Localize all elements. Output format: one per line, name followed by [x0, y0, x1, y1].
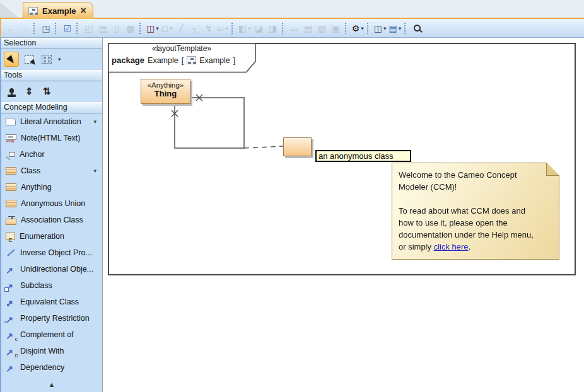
subclass-arrow-icon	[6, 281, 16, 291]
tab-example[interactable]: Example ×	[23, 2, 93, 19]
anchor-icon	[9, 152, 15, 157]
click-here-link[interactable]: click here	[434, 242, 469, 251]
oblique-path-button: ↯	[202, 21, 216, 36]
rectilinear-line-icon: ┐	[192, 21, 198, 35]
palette-item-anything[interactable]: Anything	[1, 179, 102, 195]
frame-stereotype: «layoutTemplate»	[108, 44, 255, 53]
zoom-button[interactable]	[410, 21, 424, 36]
note-text: Welcome to the Cameo Concept Modeler (CC…	[392, 163, 559, 258]
application-window: Example × ←→◳☑◰▤▯▩◫▾◻▾╱┐↯▱▾◧▾◪◨▭▤▨▣⚙▾◫▾▤…	[0, 0, 584, 392]
close-icon[interactable]: ×	[80, 6, 86, 15]
class-name: Thing	[141, 89, 190, 98]
make-same-size-button: ▭	[288, 21, 301, 36]
display-options-button[interactable]: ⚙▾	[351, 21, 365, 36]
toolbar-separator	[55, 23, 57, 34]
containment-tree-icon: ◳	[42, 21, 50, 35]
palette-item-unidirectional-obje[interactable]: Unidirectional Obje...	[1, 261, 102, 277]
stamp-tool-button[interactable]	[4, 84, 19, 99]
selection-tool-row: ▾	[1, 49, 102, 70]
select-in-containment-tree-button[interactable]: ◳	[39, 21, 53, 36]
palette-item-label: Equivalent Class	[20, 297, 79, 306]
toolbar-separator	[345, 23, 347, 34]
palette-item-note-html-text[interactable]: Note(HTML Text)	[1, 130, 102, 146]
palette-item-subclass[interactable]: Subclass	[1, 277, 102, 294]
class-thing[interactable]: «Anything» Thing	[141, 79, 190, 104]
palette-item-label: Anything	[21, 183, 52, 192]
class-icon	[6, 200, 16, 207]
vertical-spread-tool-button[interactable]	[21, 84, 37, 99]
tools-section-header[interactable]: Tools	[1, 70, 102, 81]
pointer-tool-button[interactable]	[4, 52, 19, 67]
dropdown-arrow-icon[interactable]: ▾	[383, 25, 387, 32]
anonymous-class-label[interactable]: an anonymous class	[315, 150, 411, 162]
class-icon	[6, 183, 16, 191]
palette-item-equivalent-class[interactable]: Equivalent Class	[1, 294, 102, 310]
class-icon	[6, 167, 16, 175]
palette-item-disjoint-with[interactable]: Disjoint With	[1, 343, 102, 359]
anonymous-class[interactable]	[283, 137, 312, 156]
dropdown-arrow-icon: ▾	[170, 25, 173, 32]
palette-item-inverse-object-pro[interactable]: Inverse Object Pro...	[1, 245, 102, 261]
palette-item-label: Inverse Object Pro...	[20, 248, 92, 257]
diagram-icon	[187, 56, 196, 64]
dropdown-arrow-icon: ▾	[248, 25, 251, 32]
dropdown-arrow-icon[interactable]: ▾	[399, 25, 402, 32]
copy-button: ◰	[82, 21, 96, 36]
delete-button: ▯	[110, 21, 124, 36]
welcome-note[interactable]: Welcome to the Cameo Concept Modeler (CC…	[392, 163, 559, 260]
palette-item-association-class[interactable]: Association Class	[1, 212, 102, 228]
palette-item-enumeration[interactable]: Enumeration	[1, 228, 102, 245]
palette-item-complement-of[interactable]: Complement of	[1, 326, 102, 343]
gear-icon: ⚙	[352, 21, 360, 35]
diagram-icon	[28, 7, 38, 15]
hierarchy-layout-icon: ◫	[146, 21, 155, 35]
palette-item-label: Subclass	[20, 281, 52, 290]
insert-shape-button: ◻▾	[160, 21, 174, 36]
palette-item-dependency[interactable]: Dependency	[1, 359, 102, 376]
fill-color-button: ◧▾	[237, 21, 252, 36]
tools-tool-row	[1, 81, 102, 102]
selection-section-header[interactable]: Selection	[1, 38, 102, 49]
window-icon: ▣	[332, 21, 340, 35]
concept-modeling-section-header[interactable]: Concept Modeling	[1, 102, 102, 113]
vertical-compress-tool-button[interactable]	[39, 84, 54, 99]
palette-item-class[interactable]: Class▾	[1, 163, 102, 179]
dropdown-arrow-icon[interactable]: ▾	[361, 25, 364, 32]
straight-path-button: ╱	[174, 21, 188, 36]
dropdown-arrow-icon[interactable]: ▾	[93, 168, 96, 174]
palette-scroll-up-button[interactable]: ▲	[1, 381, 102, 388]
palette-item-label: Class	[21, 166, 40, 175]
toolbar-separator	[367, 23, 370, 34]
cursor-icon	[6, 55, 16, 65]
marquee-selection-tool-button[interactable]	[21, 52, 37, 67]
dropdown-arrow-icon[interactable]: ▾	[58, 56, 61, 62]
toolbar-separator	[76, 23, 79, 34]
dropdown-arrow-icon[interactable]: ▾	[156, 25, 159, 32]
dropdown-arrow-icon: ▾	[225, 25, 228, 32]
validation-check-icon: ☑	[64, 21, 72, 35]
toolbar-separator	[282, 23, 284, 34]
palette-item-label: Dependency	[20, 363, 64, 372]
validate-diagram-button[interactable]: ☑	[61, 21, 74, 36]
palette-item-label: Complement of	[20, 330, 74, 339]
palette-item-anchor[interactable]: Anchor	[1, 146, 102, 163]
vspread-icon	[25, 86, 33, 97]
dependency-arrow-icon	[6, 363, 16, 372]
trash-symbols-icon: ▩	[126, 21, 134, 35]
frame-header[interactable]: «layoutTemplate» package Example [ Examp…	[108, 44, 255, 65]
frame-ref-name: Example	[199, 56, 230, 65]
tab-title: Example	[42, 6, 76, 16]
group-selection-tool-button[interactable]	[39, 52, 54, 67]
legend-button[interactable]: ▤▾	[388, 21, 403, 36]
dropdown-arrow-icon[interactable]: ▾	[93, 118, 96, 125]
palette-item-anonymous-union[interactable]: Anonymous Union	[1, 195, 102, 212]
quick-diagram-layout-button[interactable]: ◫▾	[145, 21, 160, 36]
palette-sidebar: Selection▾ToolsConcept ModelingLiteral A…	[0, 38, 103, 392]
palette-item-label: Anonymous Union	[21, 199, 85, 208]
diagram-windows-button[interactable]: ◫▾	[373, 21, 388, 36]
diagram-canvas[interactable]: «layoutTemplate» package Example [ Examp…	[103, 38, 584, 392]
palette-item-property-restriction[interactable]: Property Restriction	[1, 310, 102, 326]
oblique-line-icon: ↯	[205, 21, 213, 35]
palette-item-literal-annotation[interactable]: Literal Annotation▾	[1, 113, 102, 130]
enumeration-icon	[6, 233, 15, 240]
